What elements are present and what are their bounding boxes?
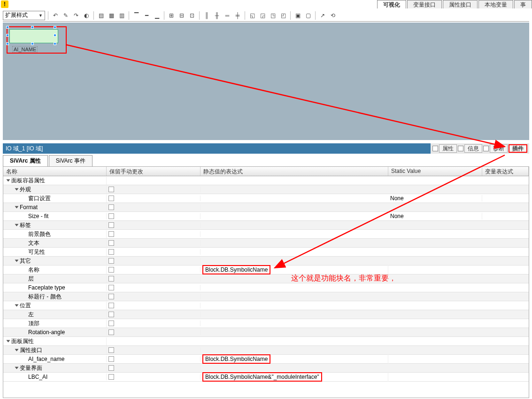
- checkbox[interactable]: [108, 365, 114, 371]
- resize-handle[interactable]: [31, 42, 34, 45]
- cell-retain[interactable]: [107, 196, 200, 201]
- cell-retain[interactable]: [107, 321, 200, 326]
- checkbox[interactable]: [108, 187, 114, 192]
- cell-retain[interactable]: [107, 249, 200, 255]
- cell-name[interactable]: 外观: [3, 186, 107, 194]
- diag-icon[interactable]: [483, 146, 489, 151]
- cell-retain[interactable]: [107, 356, 200, 362]
- cell-name[interactable]: 名称: [3, 266, 107, 274]
- resize-handle[interactable]: [31, 26, 34, 29]
- cell-name[interactable]: AI_face_name: [3, 356, 107, 362]
- order-icon[interactable]: ▢: [304, 11, 312, 20]
- align-left-icon[interactable]: ▤: [97, 11, 105, 20]
- cell-retain[interactable]: [107, 204, 200, 210]
- cell-retain[interactable]: [107, 213, 200, 219]
- resize-handle[interactable]: [6, 42, 9, 45]
- cell-retain[interactable]: [107, 222, 200, 228]
- cell-name[interactable]: 变量界面: [3, 364, 107, 372]
- checkbox[interactable]: [108, 204, 114, 210]
- cell-retain[interactable]: [107, 312, 200, 317]
- cell-retain[interactable]: [107, 303, 200, 308]
- table-row[interactable]: 窗口设置None: [3, 194, 529, 203]
- table-row[interactable]: 名称Block.DB.SymbolicName: [3, 266, 529, 274]
- table-row[interactable]: 前景颜色: [3, 230, 529, 239]
- table-row[interactable]: Size - fitNone: [3, 212, 529, 221]
- col-name[interactable]: 名称: [3, 167, 107, 176]
- checkbox[interactable]: [108, 294, 114, 299]
- table-row[interactable]: 其它: [3, 257, 529, 266]
- tab-events[interactable]: 事: [514, 0, 532, 8]
- resize-handle[interactable]: [6, 34, 9, 37]
- checkbox[interactable]: [108, 374, 114, 380]
- info-button[interactable]: 信息: [464, 144, 482, 153]
- table-row[interactable]: 面板属性: [3, 337, 529, 346]
- cell-retain[interactable]: [107, 374, 200, 380]
- tree-toggle-icon[interactable]: [15, 206, 19, 209]
- col-static-value[interactable]: Static Value: [388, 167, 482, 176]
- cell-name[interactable]: 标签: [3, 221, 107, 229]
- tree-toggle-icon[interactable]: [7, 180, 10, 182]
- cell-retain[interactable]: [107, 267, 200, 273]
- col-var-expr[interactable]: 变量表达式: [482, 167, 529, 176]
- misc-icon[interactable]: ⟲: [329, 11, 337, 20]
- table-row[interactable]: Format: [3, 203, 529, 212]
- table-row[interactable]: Rotation-angle: [3, 328, 529, 337]
- table-row[interactable]: 变量界面: [3, 364, 529, 373]
- tool-icon[interactable]: ◐: [82, 11, 91, 20]
- resize-handle[interactable]: [54, 34, 56, 37]
- tree-toggle-icon[interactable]: [15, 305, 19, 307]
- tab-sivarc-properties[interactable]: SiVArc 属性: [3, 155, 48, 166]
- cell-name[interactable]: LBC_AI: [3, 374, 107, 380]
- checkbox[interactable]: [108, 231, 114, 237]
- checkbox[interactable]: [108, 356, 114, 362]
- tree-toggle-icon[interactable]: [15, 349, 19, 352]
- table-row[interactable]: 文本: [3, 239, 529, 248]
- cell-retain[interactable]: [107, 258, 200, 264]
- align-right-icon[interactable]: ▥: [117, 11, 126, 20]
- table-row[interactable]: 层: [3, 274, 529, 283]
- cell-name[interactable]: 左: [3, 311, 107, 319]
- checkbox[interactable]: [108, 258, 114, 264]
- checkbox[interactable]: [108, 321, 114, 326]
- space-icon[interactable]: ═: [223, 11, 231, 20]
- align-center-icon[interactable]: ▦: [107, 11, 116, 20]
- cell-name[interactable]: 窗口设置: [3, 195, 107, 203]
- cell-retain[interactable]: [107, 187, 200, 192]
- cell-name[interactable]: Format: [3, 204, 107, 211]
- cell-name[interactable]: Size - fit: [3, 213, 107, 219]
- checkbox[interactable]: [108, 347, 114, 353]
- checkbox[interactable]: [108, 276, 114, 282]
- table-row[interactable]: 顶部: [3, 319, 529, 328]
- cell-name[interactable]: Rotation-angle: [3, 329, 107, 336]
- checkbox[interactable]: [108, 249, 114, 255]
- cell-name[interactable]: 面板属性: [3, 337, 107, 345]
- resize-handle[interactable]: [54, 26, 56, 29]
- tool-icon[interactable]: ✎: [62, 11, 70, 20]
- properties-button[interactable]: 属性: [439, 144, 457, 153]
- cell-retain[interactable]: [107, 294, 200, 299]
- space-icon[interactable]: ╫: [213, 11, 221, 20]
- cell-name[interactable]: 可见性: [3, 248, 107, 256]
- info-icon[interactable]: [458, 146, 463, 151]
- table-row[interactable]: AI_face_nameBlock.DB.SymbolicName: [3, 355, 529, 364]
- table-row[interactable]: 左: [3, 310, 529, 319]
- align-bottom-icon[interactable]: ▁: [153, 11, 161, 20]
- table-row[interactable]: LBC_AIBlock.DB.SymbolicName&"_moduleInte…: [3, 373, 529, 382]
- table-row[interactable]: 外观: [3, 185, 529, 194]
- checkbox[interactable]: [108, 267, 114, 273]
- align-top-icon[interactable]: ▔: [132, 11, 140, 20]
- tool-icon[interactable]: ↶: [51, 11, 60, 20]
- space-icon[interactable]: ╪: [233, 11, 242, 20]
- tree-toggle-icon[interactable]: [15, 367, 19, 369]
- tab-sivarc-events[interactable]: SiVArc 事件: [49, 155, 93, 166]
- table-row[interactable]: 面板容器属性: [3, 176, 529, 185]
- cell-static-expr[interactable]: Block.DB.SymbolicName: [200, 265, 388, 274]
- table-row[interactable]: 标签: [3, 221, 529, 230]
- checkbox[interactable]: [108, 285, 114, 290]
- diagnostics-button[interactable]: 诊断: [490, 144, 508, 153]
- checkbox[interactable]: [108, 240, 114, 246]
- resize-handle[interactable]: [54, 42, 56, 45]
- tab-property-interface[interactable]: 属性接口: [443, 0, 478, 8]
- tree-toggle-icon[interactable]: [15, 188, 19, 191]
- cell-name[interactable]: 顶部: [3, 320, 107, 328]
